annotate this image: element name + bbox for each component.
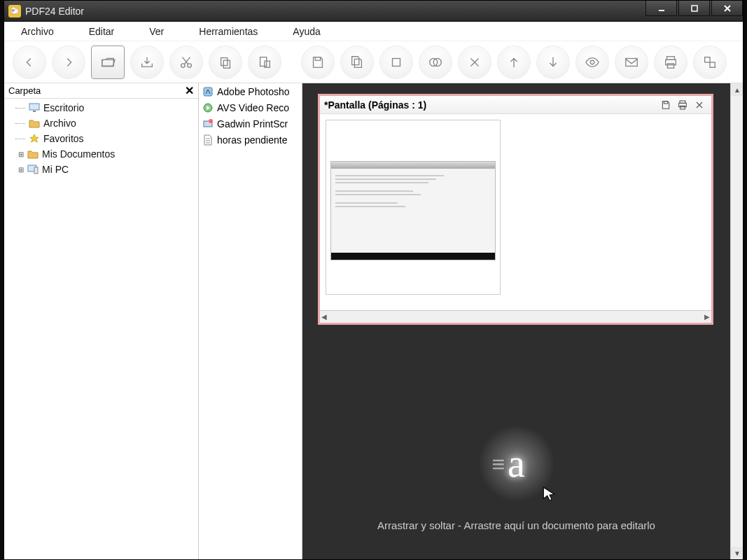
file-label: AVS Video Reco: [217, 102, 289, 113]
svg-rect-22: [710, 62, 715, 67]
svg-rect-34: [664, 101, 667, 103]
scroll-down-icon[interactable]: ▼: [731, 547, 743, 559]
drop-zone-text: Arrastrar y soltar - Arrastre aquí un do…: [302, 519, 730, 531]
svg-rect-17: [626, 58, 638, 66]
menu-archivo[interactable]: Archivo: [11, 24, 64, 38]
window-title: PDF24 Editor: [25, 6, 645, 17]
doc-print-button[interactable]: [675, 98, 690, 112]
titlebar: 🐑 PDF24 Editor: [4, 1, 743, 22]
expand-icon[interactable]: ⊞: [17, 150, 25, 158]
tree-mi-pc[interactable]: ⊞ Mi PC: [4, 162, 198, 177]
open-button[interactable]: [91, 46, 125, 79]
svg-rect-37: [680, 106, 685, 109]
tree-label: Favoritos: [43, 133, 84, 144]
document-titlebar: *Pantalla (Páginas : 1): [320, 96, 711, 114]
svg-point-16: [590, 60, 594, 64]
app-icon: 🐑: [8, 5, 21, 18]
file-item[interactable]: AVS Video Reco: [199, 99, 302, 115]
delete-button[interactable]: [458, 46, 491, 79]
print-button[interactable]: [654, 46, 687, 79]
sidebar-title: Carpeta: [8, 85, 185, 96]
document-window: *Pantalla (Páginas : 1): [318, 94, 713, 325]
drop-zone[interactable]: a Arrastrar y soltar - Arrastre aquí un …: [302, 425, 730, 531]
folder-tree: Escritorio Archivo Favoritos ⊞ Mis Docum…: [4, 99, 198, 178]
file-label: Gadwin PrintScr: [217, 118, 288, 130]
save-button[interactable]: [301, 46, 335, 79]
file-label: horas pendiente: [217, 134, 287, 146]
svg-rect-26: [34, 167, 38, 174]
vertical-scrollbar[interactable]: ▲ ▼: [730, 83, 743, 559]
horizontal-scrollbar[interactable]: ◀ ▶: [320, 310, 711, 323]
document-title: *Pantalla (Páginas : 1): [324, 99, 657, 111]
preview-area[interactable]: ▲ ▼ *Pantalla (Páginas : 1): [302, 83, 743, 559]
preview-button[interactable]: [575, 46, 609, 79]
monitor-icon: [28, 102, 41, 113]
doc-save-button[interactable]: [658, 98, 673, 112]
file-label: Adobe Photosho: [217, 86, 290, 97]
save-all-button[interactable]: [340, 46, 374, 79]
down-button[interactable]: [536, 46, 570, 79]
svg-rect-20: [667, 63, 673, 67]
toolbar: [4, 41, 743, 83]
stop-button[interactable]: [379, 46, 413, 79]
svg-rect-6: [221, 57, 228, 65]
tree-archivo[interactable]: Archivo: [4, 115, 198, 131]
tree-mis-documentos[interactable]: ⊞ Mis Documentos: [4, 146, 198, 162]
file-item[interactable]: Adobe Photosho: [199, 83, 302, 99]
tree-label: Mis Documentos: [42, 148, 115, 160]
menu-ayuda[interactable]: Ayuda: [283, 24, 330, 38]
cursor-icon: [540, 485, 559, 505]
tree-label: Mi PC: [42, 164, 69, 175]
app-window: 🐑 PDF24 Editor Archivo Editar Ver Herram…: [4, 0, 743, 560]
doc-close-button[interactable]: [692, 98, 707, 112]
svg-rect-24: [33, 111, 36, 112]
file-list: Adobe Photosho AVS Video Reco Gadwin Pri…: [199, 83, 302, 559]
sidebar-close-icon[interactable]: ✕: [185, 84, 194, 97]
menubar: Archivo Editar Ver Herramientas Ayuda: [4, 22, 743, 41]
copy-button[interactable]: [209, 46, 242, 79]
tray-button[interactable]: [130, 46, 164, 79]
paste-button[interactable]: [248, 46, 281, 79]
folder-icon: [28, 118, 41, 129]
back-button[interactable]: [13, 46, 46, 79]
folder-sidebar: Carpeta ✕ Escritorio Archivo Favoritos ⊞: [4, 83, 199, 559]
menu-herramientas[interactable]: Herramientas: [189, 24, 267, 38]
overlay-button[interactable]: [419, 46, 452, 79]
expand-icon[interactable]: ⊞: [17, 166, 25, 174]
window-controls: [645, 1, 743, 21]
tree-favoritos[interactable]: Favoritos: [4, 131, 198, 146]
up-button[interactable]: [497, 46, 531, 79]
app-icon: [202, 102, 214, 114]
svg-rect-27: [204, 88, 212, 96]
main-area: Carpeta ✕ Escritorio Archivo Favoritos ⊞: [4, 83, 743, 559]
file-item[interactable]: horas pendiente: [199, 132, 302, 148]
cut-button[interactable]: [169, 46, 203, 79]
thumbnail-content: [330, 161, 496, 260]
minimize-button[interactable]: [645, 1, 677, 16]
close-button[interactable]: [711, 1, 743, 16]
star-icon: [28, 133, 41, 144]
file-item[interactable]: Gadwin PrintScr: [199, 115, 302, 132]
document-body[interactable]: [320, 114, 711, 310]
scroll-up-icon[interactable]: ▲: [731, 83, 743, 96]
menu-ver[interactable]: Ver: [139, 24, 174, 38]
logo-icon: a: [478, 425, 555, 502]
sidebar-header: Carpeta ✕: [4, 83, 198, 99]
more-button[interactable]: [693, 46, 727, 79]
menu-editar[interactable]: Editar: [79, 24, 125, 38]
forward-button[interactable]: [52, 46, 85, 79]
maximize-button[interactable]: [678, 1, 710, 16]
folder-icon: [27, 148, 39, 160]
scroll-right-icon[interactable]: ▶: [704, 313, 710, 321]
svg-rect-21: [705, 57, 710, 62]
scroll-left-icon[interactable]: ◀: [321, 313, 327, 321]
email-button[interactable]: [615, 46, 648, 79]
app-icon: [202, 118, 214, 130]
svg-rect-8: [260, 57, 267, 66]
page-thumbnail[interactable]: [326, 120, 501, 295]
tree-label: Escritorio: [43, 102, 84, 113]
svg-rect-7: [223, 60, 230, 68]
svg-point-30: [209, 119, 213, 123]
tree-escritorio[interactable]: Escritorio: [4, 100, 198, 115]
svg-rect-10: [315, 57, 320, 60]
